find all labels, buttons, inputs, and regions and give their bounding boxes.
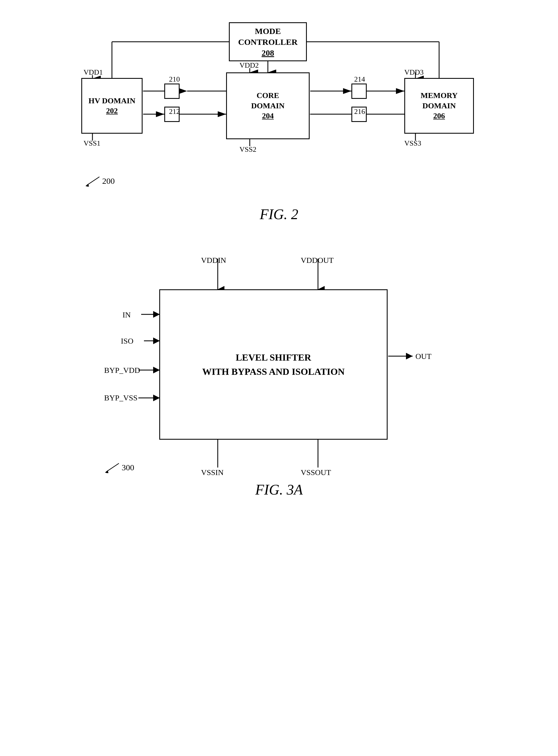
vss1-label: VSS1 [83,139,101,148]
level-shifter-box: LEVEL SHIFTER WITH BYPASS AND ISOLATION [159,289,387,440]
switch-214-ref: 214 [354,75,365,83]
memory-domain-box: MEMORY DOMAIN 206 [404,78,474,134]
switch-214-box [351,83,367,99]
fig3a-ref-arrow [104,462,120,473]
hv-domain-box: HV DOMAIN 202 [81,78,143,134]
fig2-container: MODE CONTROLLER 208 HV DOMAIN 202 CORE D… [22,17,536,223]
vdd3-label: VDD3 [404,68,424,77]
svg-line-38 [106,463,119,472]
vss2-label: VSS2 [239,145,256,154]
vdd1-label: VDD1 [83,68,103,77]
memory-domain-ref: 206 [433,111,445,121]
switch-216-ref: 216 [354,107,365,116]
vssin-label: VSSIN [201,468,224,477]
switch-212-ref: 212 [169,107,180,116]
level-shifter-line1: LEVEL SHIFTER [235,350,311,364]
fig3a-container: LEVEL SHIFTER WITH BYPASS AND ISOLATION … [22,256,536,498]
hv-domain-ref: 202 [106,106,118,116]
vss3-label: VSS3 [404,139,421,148]
vddin-label: VDDIN [201,256,226,265]
mode-controller-ref: 208 [262,47,274,58]
fig2-ref-container: 200 [84,175,115,186]
mode-controller-box: MODE CONTROLLER 208 [229,22,307,61]
fig3a-ref-container: 300 [104,462,134,473]
switch-210-ref: 210 [169,75,180,83]
core-domain-box: CORE DOMAIN 204 [226,72,310,139]
out-label: OUT [415,352,432,361]
fig2-caption: FIG. 2 [260,206,299,223]
fig3a-ref-label: 300 [122,463,134,472]
memory-domain-label: MEMORY DOMAIN [421,91,458,111]
switch-210-box [164,83,180,99]
vddout-label: VDDOUT [301,256,334,265]
byp-vdd-label: BYP_VDD [104,366,140,375]
core-domain-ref: 204 [262,111,274,121]
mode-controller-label: MODE CONTROLLER [238,26,297,47]
in-label: IN [123,310,131,319]
fig2-diagram: MODE CONTROLLER 208 HV DOMAIN 202 CORE D… [70,17,488,198]
level-shifter-line2: WITH BYPASS AND ISOLATION [202,364,345,379]
fig2-ref-label: 200 [102,176,115,186]
fig3a-caption: FIG. 3A [255,481,303,498]
fig2-ref-arrow [84,175,101,186]
byp-vss-label: BYP_VSS [104,394,137,402]
vdd2-label: VDD2 [239,61,259,70]
page: MODE CONTROLLER 208 HV DOMAIN 202 CORE D… [0,0,558,756]
core-domain-label: CORE DOMAIN [251,91,284,111]
iso-label: ISO [121,337,133,346]
vssout-label: VSSOUT [301,468,331,477]
svg-line-23 [87,177,99,185]
hv-domain-label: HV DOMAIN [88,96,135,106]
fig3a-diagram: LEVEL SHIFTER WITH BYPASS AND ISOLATION … [98,256,460,473]
